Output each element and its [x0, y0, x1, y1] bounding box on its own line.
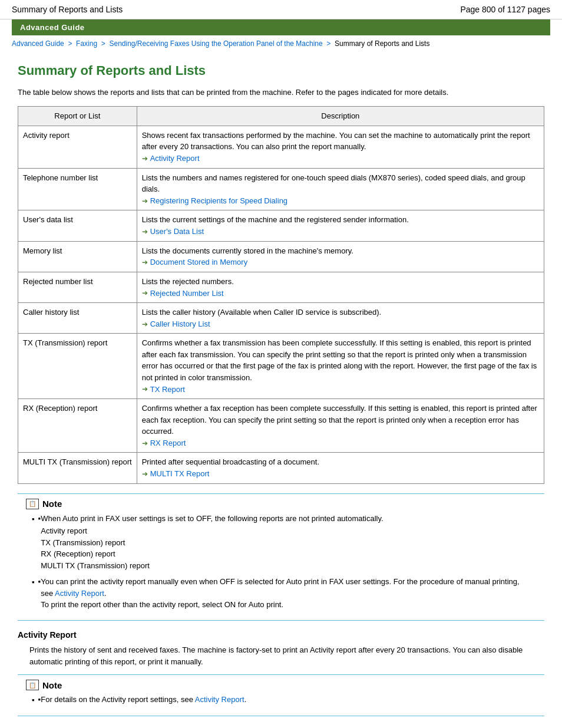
table-row: Activity reportShows recent fax transact… [18, 126, 544, 168]
col-header-description: Description [137, 107, 544, 126]
page-title: Summary of Reports and Lists [18, 63, 544, 78]
activity-report-section: Activity Report Prints the history of se… [18, 630, 544, 716]
table-row: MULTI TX (Transmission) reportPrinted af… [18, 453, 544, 483]
table-row: Caller history listLists the caller hist… [18, 303, 544, 334]
page-number: Page 800 of 1127 pages [460, 5, 550, 14]
banner-label: Advanced Guide [20, 23, 85, 32]
report-name-cell: MULTI TX (Transmission) report [18, 453, 137, 483]
note-list-1: ▪ When Auto print in FAX user settings i… [26, 513, 536, 611]
note-item-1: ▪ When Auto print in FAX user settings i… [32, 513, 536, 572]
breadcrumb-link-advanced-guide[interactable]: Advanced Guide [12, 39, 64, 48]
report-name-cell: User's data list [18, 210, 137, 241]
intro-text: The table below shows the reports and li… [18, 87, 544, 98]
breadcrumb-current: Summary of Reports and Lists [335, 39, 429, 48]
report-name-cell: Activity report [18, 126, 137, 168]
note-list-2: ▪ For details on the Activity report set… [26, 694, 536, 706]
table-row: User's data listLists the current settin… [18, 210, 544, 241]
note-sub-item-2: TX (Transmission) report [41, 537, 383, 549]
report-link-7[interactable]: RX Report [142, 437, 186, 449]
report-link-8[interactable]: MULTI TX Report [142, 468, 210, 480]
report-name-cell: TX (Transmission) report [18, 334, 137, 399]
report-link-2[interactable]: User's Data List [142, 226, 204, 238]
table-row: Rejected number listLists the rejected n… [18, 272, 544, 302]
page-header: Summary of Reports and Lists Page 800 of… [0, 0, 562, 19]
table-row: TX (Transmission) reportConfirms whether… [18, 334, 544, 399]
table-row: Telephone number listLists the numbers a… [18, 168, 544, 210]
note-ar-link[interactable]: Activity Report [195, 695, 244, 704]
report-desc-cell: Lists the documents currently stored in … [137, 241, 544, 272]
report-name-cell: Rejected number list [18, 272, 137, 302]
report-desc-cell: Lists the current settings of the machin… [137, 210, 544, 241]
note-item-ar: ▪ For details on the Activity report set… [32, 694, 536, 706]
report-link-0[interactable]: Activity Report [142, 153, 200, 164]
report-desc-cell: Lists the rejected numbers. Rejected Num… [137, 272, 544, 302]
table-row: RX (Reception) reportConfirms whether a … [18, 399, 544, 453]
activity-report-body-text: Prints the history of sent and received … [29, 645, 523, 667]
report-name-cell: Telephone number list [18, 168, 137, 210]
report-link-6[interactable]: TX Report [142, 384, 185, 396]
report-link-1[interactable]: Registering Recipients for Speed Dialing [142, 195, 287, 207]
note-activity-report-link[interactable]: Activity Report [55, 589, 104, 598]
note-ar-text: For details on the Activity report setti… [41, 695, 193, 704]
report-name-cell: Memory list [18, 241, 137, 272]
col-header-report: Report or List [18, 107, 137, 126]
note-section-1: 📋 Note ▪ When Auto print in FAX user set… [18, 493, 544, 621]
note-icon: 📋 [26, 499, 39, 509]
breadcrumb-link-sending-receiving[interactable]: Sending/Receiving Faxes Using the Operat… [109, 39, 322, 48]
report-name-cell: Caller history list [18, 303, 137, 334]
note-item-2-after: . [104, 589, 107, 598]
note-sub-item-4: MULTI TX (Transmission) report [41, 560, 383, 572]
report-desc-cell: Confirms whether a fax transmission has … [137, 334, 544, 399]
activity-report-body: Prints the history of sent and received … [18, 644, 544, 669]
report-desc-cell: Confirms whether a fax reception has bee… [137, 399, 544, 453]
advanced-guide-banner: Advanced Guide [12, 19, 550, 35]
note-item-1-text: When Auto print in FAX user settings is … [41, 514, 383, 523]
document-title: Summary of Reports and Lists [12, 5, 123, 14]
note-title-1: Note [42, 499, 62, 509]
note-sub-list: Activity report TX (Transmission) report… [41, 525, 383, 571]
reports-table: Report or List Description Activity repo… [18, 106, 544, 483]
report-desc-cell: Shows recent fax transactions performed … [137, 126, 544, 168]
table-row: Memory listLists the documents currently… [18, 241, 544, 272]
report-name-cell: RX (Reception) report [18, 399, 137, 453]
report-link-5[interactable]: Caller History List [142, 318, 210, 330]
note-title-2: Note [42, 680, 62, 690]
breadcrumb-link-faxing[interactable]: Faxing [76, 39, 97, 48]
note-item-2: ▪ You can print the activity report manu… [32, 576, 536, 611]
note-ar-after: . [244, 695, 247, 704]
note-section-2: 📋 Note ▪ For details on the Activity rep… [18, 674, 544, 716]
note-item-2-extra: To print the report other than the activ… [41, 600, 283, 609]
note-item-2-text: You can print the activity report manual… [41, 577, 519, 598]
activity-report-subtitle: Activity Report [18, 630, 544, 640]
breadcrumb: Advanced Guide > Faxing > Sending/Receiv… [0, 35, 562, 52]
report-desc-cell: Printed after sequential broadcasting of… [137, 453, 544, 483]
report-desc-cell: Lists the numbers and names registered f… [137, 168, 544, 210]
note-sub-item-3: RX (Reception) report [41, 548, 383, 560]
note-sub-item-1: Activity report [41, 525, 383, 537]
note-icon-2: 📋 [26, 680, 39, 690]
report-link-4[interactable]: Rejected Number List [142, 288, 224, 299]
report-desc-cell: Lists the caller history (Available when… [137, 303, 544, 334]
report-link-3[interactable]: Document Stored in Memory [142, 256, 247, 268]
